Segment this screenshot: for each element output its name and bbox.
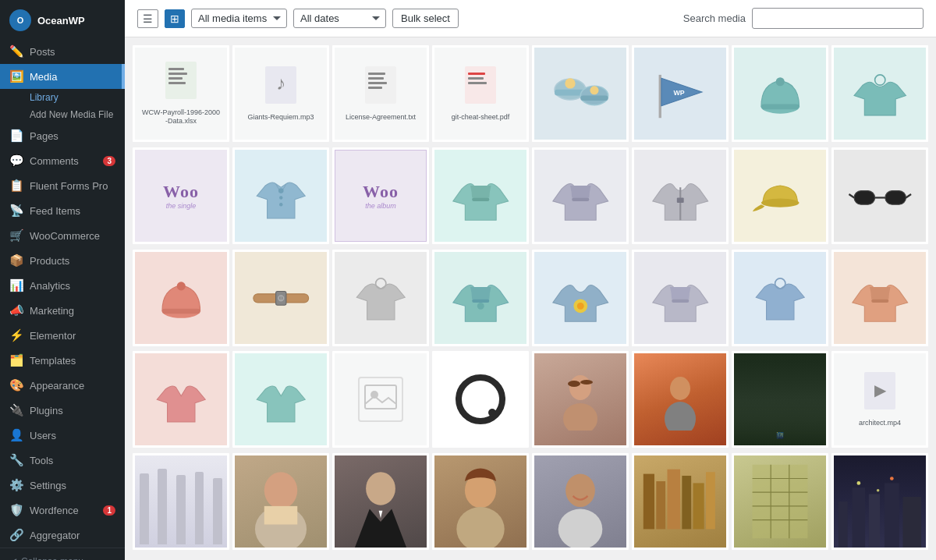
svg-rect-92	[838, 502, 848, 548]
mp4-icon: ▶	[864, 372, 895, 416]
library-label: Library	[30, 92, 58, 103]
media-item[interactable]	[732, 250, 828, 346]
svg-rect-0	[165, 62, 197, 99]
media-item[interactable]	[432, 453, 529, 550]
svg-rect-20	[580, 95, 608, 101]
media-item[interactable]	[432, 147, 529, 244]
sidebar-item-analytics[interactable]: 📊 Analytics	[0, 273, 125, 298]
media-item[interactable]	[831, 453, 928, 550]
media-item[interactable]	[732, 453, 828, 550]
media-item[interactable]	[532, 453, 629, 550]
svg-rect-84	[706, 472, 715, 529]
media-item[interactable]	[831, 250, 928, 346]
sidebar-item-posts[interactable]: ✏️ Posts	[0, 39, 125, 64]
collapse-label: Collapse menu	[21, 556, 83, 560]
search-input[interactable]	[752, 8, 924, 29]
site-logo[interactable]: O OceanWP	[0, 0, 125, 39]
media-item[interactable]	[532, 147, 629, 244]
svg-point-18	[565, 78, 575, 88]
media-item[interactable]: Woo the single	[133, 147, 229, 244]
sidebar-item-label: Marketing	[30, 305, 74, 317]
svg-rect-37	[854, 190, 875, 204]
media-item[interactable]: License-Agreement.txt	[332, 45, 429, 142]
media-item[interactable]	[332, 351, 429, 448]
media-item[interactable]	[232, 250, 329, 346]
sidebar-item-plugins[interactable]: 🔌 Plugins	[0, 398, 125, 423]
collapse-menu-button[interactable]: ◀ Collapse menu	[0, 548, 125, 560]
sidebar-item-users[interactable]: 👤 Users	[0, 423, 125, 448]
svg-point-98	[877, 489, 880, 492]
sidebar-item-label: WooCommerce	[30, 230, 100, 242]
sidebar-item-woocommerce[interactable]: 🛒 WooCommerce	[0, 223, 125, 248]
media-item[interactable]	[632, 250, 729, 346]
sidebar-item-feed-items[interactable]: 📡 Feed Items	[0, 198, 125, 223]
media-item[interactable]	[332, 250, 429, 346]
media-item[interactable]	[133, 351, 229, 448]
media-item[interactable]	[432, 351, 529, 448]
media-item[interactable]: ▶ architect.mp4	[831, 351, 928, 448]
svg-text:♪: ♪	[276, 73, 285, 94]
sidebar-item-tools[interactable]: 🔧 Tools	[0, 448, 125, 473]
svg-point-53	[577, 303, 584, 310]
sidebar-item-elementor[interactable]: ⚡ Elementor	[0, 323, 125, 348]
svg-point-30	[279, 196, 282, 199]
media-item[interactable]	[232, 351, 329, 448]
sidebar-item-appearance[interactable]: 🎨 Appearance	[0, 373, 125, 398]
file-name: architect.mp4	[859, 419, 901, 427]
svg-rect-96	[903, 497, 922, 548]
media-item[interactable]	[532, 45, 629, 142]
sidebar-item-fluent-forms[interactable]: 📋 Fluent Forms Pro	[0, 173, 125, 198]
svg-rect-13	[468, 73, 485, 75]
bulk-select-button[interactable]: Bulk select	[392, 9, 459, 28]
media-item[interactable]	[732, 45, 828, 142]
feed-items-icon: 📡	[9, 204, 23, 218]
media-item[interactable]: 🌃	[732, 351, 828, 448]
media-item[interactable]	[432, 250, 529, 346]
media-item[interactable]	[133, 250, 229, 346]
media-item[interactable]	[532, 250, 629, 346]
sidebar-item-products[interactable]: 📦 Products	[0, 248, 125, 273]
media-item[interactable]	[632, 147, 729, 244]
media-item[interactable]	[831, 147, 928, 244]
media-item[interactable]	[332, 453, 429, 550]
plugins-icon: 🔌	[9, 403, 23, 417]
analytics-icon: 📊	[9, 278, 23, 292]
sidebar-sub-library[interactable]: Library	[0, 89, 125, 106]
sidebar-item-label: Wordfence	[30, 505, 79, 516]
svg-point-77	[566, 474, 595, 507]
media-item[interactable]	[133, 453, 229, 550]
media-item[interactable]: git-cheat-sheet.pdf	[432, 45, 529, 142]
media-item[interactable]	[232, 147, 329, 244]
media-item[interactable]: WP	[632, 45, 729, 142]
sidebar-sub-add-new[interactable]: Add New Media File	[0, 106, 125, 123]
sidebar-item-label: Media	[30, 71, 57, 83]
tools-icon: 🔧	[9, 453, 23, 467]
media-item[interactable]	[232, 453, 329, 550]
sidebar-item-settings[interactable]: ⚙️ Settings	[0, 473, 125, 498]
sidebar-item-comments[interactable]: 💬 Comments 3	[0, 148, 125, 173]
media-item[interactable]: ♪ Giants-Requiem.mp3	[232, 45, 329, 142]
mp3-icon: ♪	[265, 66, 296, 110]
svg-point-36	[761, 198, 800, 207]
media-item[interactable]	[732, 147, 828, 244]
media-item[interactable]: WCW-Payroll-1996-2000-Data.xlsx	[133, 45, 229, 142]
sidebar-item-aggregator[interactable]: 🔗 Aggregator	[0, 523, 125, 548]
sidebar-item-marketing[interactable]: 📣 Marketing	[0, 298, 125, 323]
media-item[interactable]	[632, 351, 729, 448]
media-item[interactable]: Woo the album	[332, 147, 429, 244]
media-icon: 🖼️	[9, 69, 23, 83]
sidebar-item-templates[interactable]: 🗂️ Templates	[0, 348, 125, 373]
svg-point-43	[176, 282, 185, 291]
sidebar-item-wordfence[interactable]: 🛡️ Wordfence 1	[0, 498, 125, 523]
sidebar-item-media[interactable]: 🖼️ Media	[0, 64, 125, 89]
media-filter-select[interactable]: All media items Images Audio Video Docum…	[191, 9, 287, 28]
media-item[interactable]	[632, 453, 729, 550]
list-view-button[interactable]: ☰	[137, 9, 158, 28]
grid-view-button[interactable]: ⊞	[165, 9, 185, 28]
media-item[interactable]	[532, 351, 629, 448]
comments-badge: 3	[103, 156, 115, 166]
date-filter-select[interactable]: All dates January 2024 February 2024	[293, 9, 386, 28]
media-item[interactable]	[831, 45, 928, 142]
sidebar-item-pages[interactable]: 📄 Pages	[0, 123, 125, 148]
svg-rect-81	[667, 470, 680, 530]
